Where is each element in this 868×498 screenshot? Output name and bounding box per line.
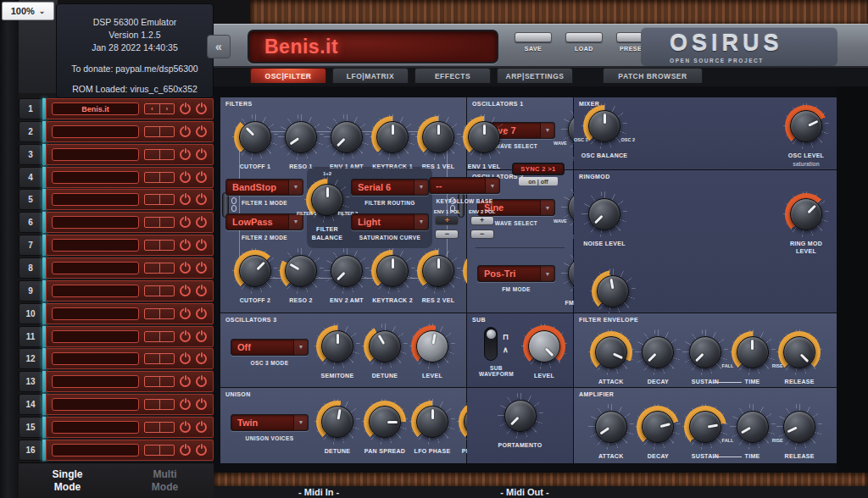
knob-dial[interactable] [783, 191, 829, 237]
part-row-13[interactable]: 13 [19, 371, 214, 392]
env1-pol-plus-button[interactable]: + [435, 216, 459, 225]
part-select-button[interactable] [144, 149, 175, 160]
knob-dial[interactable] [635, 329, 681, 375]
button-cell[interactable] [145, 127, 160, 136]
part-power-icon[interactable] [196, 172, 207, 183]
load-button-cap[interactable] [565, 32, 603, 42]
knob-dial[interactable] [588, 329, 634, 375]
part-number[interactable]: 4 [19, 167, 42, 188]
knob-dial[interactable]: FALLRISE [730, 329, 776, 375]
donate-link[interactable]: To donate: paypal.me/dsp56300 [57, 63, 213, 75]
part-power-icon[interactable] [180, 331, 191, 342]
part-power-icon[interactable] [196, 399, 207, 410]
part-power-icon[interactable] [180, 353, 191, 364]
tab-osc-filter[interactable]: OSC|FILTER [250, 68, 326, 83]
part-number[interactable]: 13 [19, 371, 42, 392]
single-mode-button[interactable]: SingleMode [19, 468, 116, 494]
ui-zoom-select[interactable]: 100% ⌄ [2, 2, 54, 20]
part-power-icon[interactable] [196, 422, 207, 433]
part-row-12[interactable]: 12 [19, 348, 214, 369]
part-number[interactable]: 11 [19, 326, 42, 347]
button-cell[interactable] [160, 332, 175, 341]
part-number[interactable]: 15 [19, 417, 42, 438]
part-power-icon[interactable] [180, 194, 191, 205]
part-power-icon[interactable] [180, 399, 191, 410]
keytrack2-knob[interactable]: KEYTRACK 2 [370, 248, 415, 304]
part-power-icon[interactable] [180, 240, 191, 251]
button-cell[interactable] [160, 263, 175, 273]
sub-level-knob[interactable]: LEVEL [520, 324, 568, 379]
part-row-10[interactable]: 10 [19, 303, 214, 324]
part-row-5[interactable]: 5 [19, 189, 214, 210]
keytrack1-knob[interactable]: KEYTRACK 1 [370, 114, 415, 170]
part-power-icon[interactable] [180, 376, 191, 387]
lfo-phase-knob[interactable]: LFO PHASE [409, 399, 456, 455]
save-button[interactable]: SAVE [512, 32, 554, 52]
knob-dial[interactable]: OSC 1OSC 2 [581, 103, 627, 149]
part-power-icon[interactable] [196, 194, 207, 205]
button-cell[interactable] [145, 263, 160, 273]
part-select-button[interactable] [144, 422, 175, 433]
part-power-icon[interactable] [196, 331, 207, 342]
part-power-icon[interactable] [196, 353, 207, 364]
part-row-7[interactable]: 7 [19, 235, 214, 256]
button-cell[interactable] [160, 173, 175, 182]
fenv-decay-knob[interactable]: DECAY [635, 329, 682, 385]
part-name-display[interactable] [52, 239, 139, 252]
button-cell[interactable] [160, 445, 175, 455]
part-number[interactable]: 16 [19, 440, 42, 461]
button-cell[interactable] [160, 354, 175, 363]
part-row-1[interactable]: 1Benis.it‹› [19, 98, 214, 119]
part-select-button[interactable] [144, 194, 175, 205]
part-number[interactable]: 6 [19, 212, 42, 233]
env1-amt-knob[interactable]: ENV 1 AMT [324, 114, 370, 170]
knob-dial[interactable] [362, 324, 408, 369]
part-number[interactable]: 8 [19, 257, 42, 279]
part-number[interactable]: 2 [19, 121, 42, 142]
osc3-level-knob[interactable]: LEVEL [409, 324, 456, 379]
part-name-display[interactable] [52, 307, 139, 320]
part-select-button[interactable] [144, 285, 175, 296]
button-cell[interactable] [145, 377, 160, 386]
part-row-3[interactable]: 3 [19, 144, 214, 165]
knob-dial[interactable] [776, 329, 822, 375]
tab-lfo-matrix[interactable]: LFO|MATRIX [332, 68, 409, 83]
part-prev-next-buttons[interactable]: ‹› [144, 103, 175, 114]
part-select-button[interactable] [144, 126, 175, 137]
part-select-button[interactable] [144, 263, 175, 274]
button-cell[interactable] [160, 127, 175, 136]
knob-dial[interactable] [370, 248, 415, 294]
unison-voices-select[interactable]: Twin ▼ [231, 414, 309, 431]
fenv-release-knob[interactable]: RELEASE [776, 329, 823, 385]
knob-dial[interactable] [776, 404, 822, 450]
part-power-icon[interactable] [180, 308, 191, 319]
part-row-6[interactable]: 6 [19, 212, 214, 233]
tab-arp-settings[interactable]: ARP|SETTINGS [497, 68, 573, 83]
amp-attack-knob[interactable]: ATTACK [587, 404, 635, 460]
saturation-curve-select[interactable]: Light ▼ [351, 213, 429, 230]
part-name-display[interactable] [52, 375, 139, 388]
part-name-display[interactable] [52, 285, 139, 297]
cutoff1-knob[interactable]: CUTOFF 1 [232, 114, 278, 170]
res2-vel-knob[interactable]: RES 2 VEL [415, 248, 461, 304]
button-cell[interactable] [145, 309, 160, 318]
cutoff2-knob[interactable]: CUTOFF 2 [232, 248, 278, 304]
part-name-display[interactable] [52, 398, 139, 411]
osc-level-knob[interactable]: OSC LEVELsaturation [782, 103, 830, 166]
button-cell[interactable] [160, 241, 175, 250]
button-cell[interactable] [145, 423, 160, 432]
button-cell[interactable] [160, 218, 175, 227]
part-name-display[interactable] [52, 193, 139, 206]
part-number[interactable]: 1 [19, 98, 42, 119]
part-number[interactable]: 10 [19, 303, 42, 324]
filter-balance-knob[interactable]: 1+2FILTER 1FILTER 2FILTER BALANCE [303, 177, 351, 241]
part-name-display[interactable] [52, 125, 139, 138]
res1-vel-knob[interactable]: RES 1 VEL [415, 114, 461, 170]
amp-time-knob[interactable]: FALLRISETIME [729, 404, 776, 460]
knob-dial[interactable] [461, 114, 507, 160]
knob-dial[interactable] [232, 114, 278, 160]
part-number[interactable]: 9 [19, 280, 42, 302]
save-button-cap[interactable] [515, 32, 552, 42]
button-cell[interactable] [145, 354, 160, 363]
knob-dial[interactable] [370, 114, 415, 160]
